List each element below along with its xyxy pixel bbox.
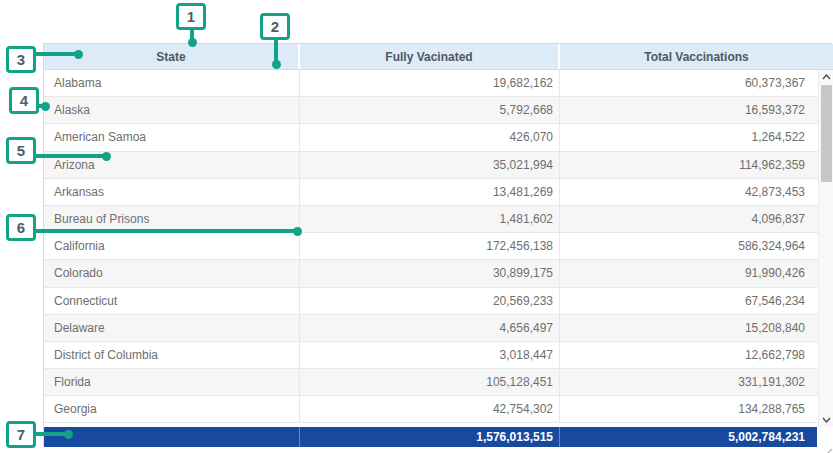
callout-1-dot [188,38,197,47]
fully-vaccinated-cell: 105,128,451 [300,369,560,395]
callout-2-dot [272,60,281,69]
callout-7: 7 [6,421,36,448]
fully-vaccinated-cell: 19,682,162 [300,70,560,96]
fully-vaccinated-cell: 20,569,233 [300,288,560,314]
callout-2: 2 [260,13,290,40]
scroll-up-button[interactable] [819,70,833,84]
callout-7-dot [64,430,73,439]
fully-vaccinated-cell: 1,481,602 [300,206,560,232]
table-row[interactable]: Connecticut 20,569,233 67,546,234 [44,288,833,315]
scroll-down-button[interactable] [819,413,833,427]
fully-vaccinated-cell: 5,792,668 [300,97,560,123]
callout-6-label: 6 [17,219,25,236]
callout-5: 5 [6,137,36,164]
table-row[interactable]: Georgia 42,754,302 134,288,765 [44,396,833,423]
fully-vaccinated-cell: 3,018,447 [300,342,560,368]
summary-fully-vaccinated-cell: 1,576,013,515 [300,427,560,447]
total-vaccinations-cell: 42,873,453 [560,179,833,205]
state-cell: Colorado [44,260,300,286]
callout-4-label: 4 [20,92,28,109]
total-vaccinations-cell: 91,990,426 [560,260,833,286]
state-cell: Alaska [44,97,300,123]
table-header-row: State Fully Vacinated Total Vaccinations [44,44,833,70]
callout-1-label: 1 [187,8,195,25]
callout-7-label: 7 [17,426,25,443]
table-row[interactable]: Delaware 4,656,497 15,208,840 [44,315,833,342]
vertical-scrollbar[interactable] [818,70,833,427]
fully-vaccinated-cell: 13,481,269 [300,179,560,205]
table-body: Alabama 19,682,162 60,373,367 Alaska 5,7… [44,70,833,423]
table-row[interactable]: Florida 105,128,451 331,191,302 [44,369,833,396]
summary-total-row: 1,576,013,515 5,002,784,231 [44,427,817,447]
total-vaccinations-cell: 12,662,798 [560,342,833,368]
callout-6-stem [34,229,297,233]
total-vaccinations-cell: 1,264,522 [560,124,833,150]
total-vaccinations-cell: 586,324,964 [560,233,833,259]
state-cell: Florida [44,369,300,395]
state-cell: Arkansas [44,179,300,205]
table-row[interactable]: American Samoa 426,070 1,264,522 [44,124,833,151]
chevron-up-icon [822,74,831,80]
table-row[interactable]: Alaska 5,792,668 16,593,372 [44,97,833,124]
scrollbar-thumb[interactable] [821,85,832,182]
callout-5-dot [102,152,111,161]
state-cell: California [44,233,300,259]
vaccination-table: State Fully Vacinated Total Vaccinations… [44,44,833,447]
fully-vaccinated-cell: 4,656,497 [300,315,560,341]
total-vaccinations-cell: 15,208,840 [560,315,833,341]
callout-1: 1 [176,3,206,30]
callout-7-stem [34,432,68,436]
state-cell: Alabama [44,70,300,96]
state-cell: Connecticut [44,288,300,314]
vaccination-table-screenshot: State Fully Vacinated Total Vaccinations… [0,0,833,453]
fully-vaccinated-cell: 35,021,994 [300,152,560,178]
callout-5-label: 5 [17,142,25,159]
table-row[interactable]: Alabama 19,682,162 60,373,367 [44,70,833,97]
table-row[interactable]: Colorado 30,899,175 91,990,426 [44,260,833,287]
callout-5-stem [34,154,106,158]
callout-6: 6 [6,214,36,241]
resize-grip-icon[interactable] [824,442,833,451]
callout-2-label: 2 [271,18,279,35]
total-vaccinations-cell: 114,962,359 [560,152,833,178]
fully-vaccinated-cell: 30,899,175 [300,260,560,286]
total-vaccinations-cell: 67,546,234 [560,288,833,314]
state-cell: District of Columbia [44,342,300,368]
callout-3-stem [34,52,78,56]
total-vaccinations-cell: 16,593,372 [560,97,833,123]
column-header-total-vaccinations[interactable]: Total Vaccinations [560,44,833,69]
callout-4: 4 [9,87,39,114]
callout-6-dot [293,227,302,236]
table-row[interactable]: California 172,456,138 586,324,964 [44,233,833,260]
summary-state-cell [44,427,300,447]
fully-vaccinated-cell: 42,754,302 [300,396,560,422]
state-cell: American Samoa [44,124,300,150]
state-cell: Georgia [44,396,300,422]
fully-vaccinated-cell: 426,070 [300,124,560,150]
state-cell: Delaware [44,315,300,341]
column-header-fully-vaccinated[interactable]: Fully Vacinated [300,44,560,69]
table-row[interactable]: Arkansas 13,481,269 42,873,453 [44,179,833,206]
table-row[interactable]: Arizona 35,021,994 114,962,359 [44,152,833,179]
chevron-down-icon [822,417,831,423]
callout-3-label: 3 [17,51,25,68]
summary-total-vaccinations-cell: 5,002,784,231 [560,427,817,447]
callout-3: 3 [6,46,36,73]
total-vaccinations-cell: 60,373,367 [560,70,833,96]
callout-4-dot [41,102,50,111]
fully-vaccinated-cell: 172,456,138 [300,233,560,259]
total-vaccinations-cell: 331,191,302 [560,369,833,395]
total-vaccinations-cell: 134,288,765 [560,396,833,422]
total-vaccinations-cell: 4,096,837 [560,206,833,232]
table-row[interactable]: District of Columbia 3,018,447 12,662,79… [44,342,833,369]
callout-3-dot [74,50,83,59]
